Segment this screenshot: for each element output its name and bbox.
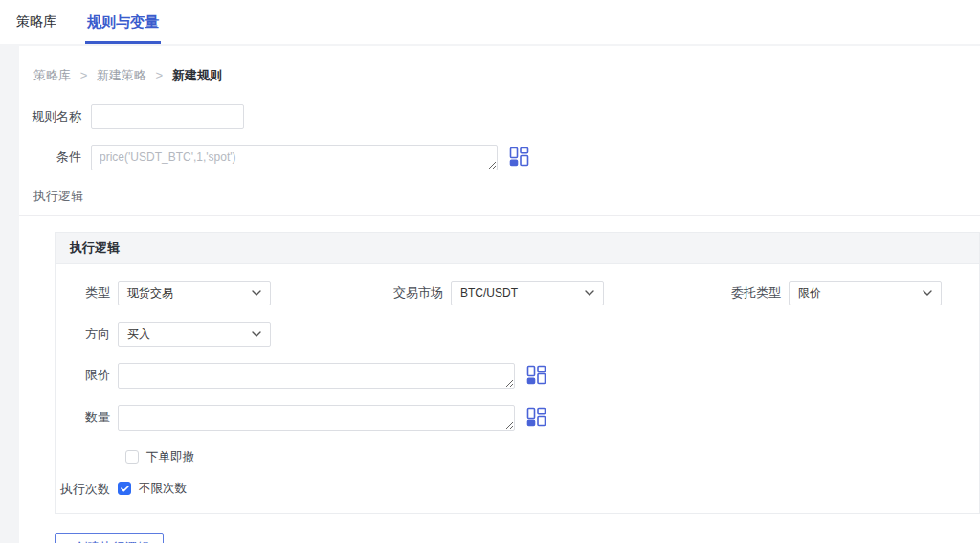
ioc-checkbox-label: 下单即撤 xyxy=(146,449,194,465)
chevron-down-icon xyxy=(585,290,594,296)
ioc-checkbox[interactable] xyxy=(125,450,139,464)
breadcrumb-new-strategy[interactable]: 新建策略 xyxy=(97,68,146,82)
tab-rules-and-variables-label: 规则与变量 xyxy=(87,13,159,32)
variable-picker-icon[interactable] xyxy=(526,407,546,427)
market-select[interactable]: BTC/USDT xyxy=(451,281,604,305)
logic-row-selects: 类型 现货交易 交易市场 BTC/USDT 委托类型 限价 xyxy=(56,281,979,305)
execution-logic-panel-header: 执行逻辑 xyxy=(56,233,979,264)
content-card: 策略库 > 新建策略 > 新建规则 规则名称 条件 执行逻辑 xyxy=(19,46,980,543)
quantity-label: 数量 xyxy=(56,405,118,430)
execution-logic-panel-title: 执行逻辑 xyxy=(70,239,120,257)
active-tab-underline xyxy=(85,41,161,44)
exec-count-label: 执行次数 xyxy=(56,481,118,498)
tab-rules-and-variables[interactable]: 规则与变量 xyxy=(85,0,161,44)
chevron-down-icon xyxy=(923,290,932,296)
direction-select-value: 买入 xyxy=(127,327,150,343)
tab-strategy-library-label: 策略库 xyxy=(16,13,56,31)
limit-price-label: 限价 xyxy=(56,363,118,388)
order-type-select[interactable]: 限价 xyxy=(789,281,942,305)
execution-logic-panel: 执行逻辑 类型 现货交易 交易市场 BTC/USDT 委托类型 限价 xyxy=(55,232,980,514)
type-select-value: 现货交易 xyxy=(127,285,173,302)
limit-price-input-group xyxy=(118,363,546,389)
variable-picker-icon[interactable] xyxy=(509,147,529,167)
breadcrumb-new-rule: 新建规则 xyxy=(172,68,222,82)
execution-logic-section-label: 执行逻辑 xyxy=(19,188,980,205)
check-icon xyxy=(121,486,129,492)
tab-strategy-library[interactable]: 策略库 xyxy=(14,0,58,44)
create-execution-logic-button[interactable]: +创建执行逻辑 xyxy=(55,533,164,543)
condition-input-group xyxy=(91,145,529,170)
condition-textarea[interactable] xyxy=(91,145,498,170)
quantity-textarea[interactable] xyxy=(118,405,515,431)
breadcrumb-separator: > xyxy=(155,68,163,82)
logic-row-ioc: 下单即撤 xyxy=(56,447,979,464)
chevron-down-icon xyxy=(252,331,261,337)
limit-price-textarea[interactable] xyxy=(118,363,515,389)
rule-name-row: 规则名称 xyxy=(19,104,980,129)
chevron-down-icon xyxy=(252,290,261,296)
quantity-input-group xyxy=(118,405,546,431)
logic-row-exec-count: 执行次数 不限次数 xyxy=(56,481,979,498)
condition-row: 条件 xyxy=(19,145,980,170)
section-divider xyxy=(19,215,980,216)
rule-name-label: 规则名称 xyxy=(19,104,91,129)
market-label: 交易市场 xyxy=(271,281,451,305)
variable-picker-icon[interactable] xyxy=(526,365,546,385)
breadcrumb: 策略库 > 新建策略 > 新建规则 xyxy=(19,67,980,84)
logic-row-quantity: 数量 xyxy=(56,405,979,431)
logic-row-limit-price: 限价 xyxy=(56,363,979,389)
logic-row-direction: 方向 买入 xyxy=(56,322,979,347)
condition-label: 条件 xyxy=(19,145,91,170)
top-tab-bar: 策略库 规则与变量 xyxy=(0,0,980,44)
direction-select[interactable]: 买入 xyxy=(118,322,271,347)
unlimited-checkbox-label: 不限次数 xyxy=(139,481,187,497)
ioc-option: 下单即撤 xyxy=(125,449,194,464)
unlimited-option: 不限次数 xyxy=(118,481,187,496)
order-type-select-value: 限价 xyxy=(798,285,821,302)
execution-logic-panel-body: 类型 现货交易 交易市场 BTC/USDT 委托类型 限价 方向 xyxy=(56,264,979,513)
type-select[interactable]: 现货交易 xyxy=(118,281,271,305)
market-select-value: BTC/USDT xyxy=(460,286,518,300)
type-label: 类型 xyxy=(56,281,118,305)
unlimited-checkbox[interactable] xyxy=(118,482,131,495)
breadcrumb-separator: > xyxy=(80,68,88,82)
order-type-label: 委托类型 xyxy=(604,281,789,305)
direction-label: 方向 xyxy=(56,322,118,347)
rule-name-input[interactable] xyxy=(91,104,244,129)
breadcrumb-strategy-library[interactable]: 策略库 xyxy=(33,68,71,82)
